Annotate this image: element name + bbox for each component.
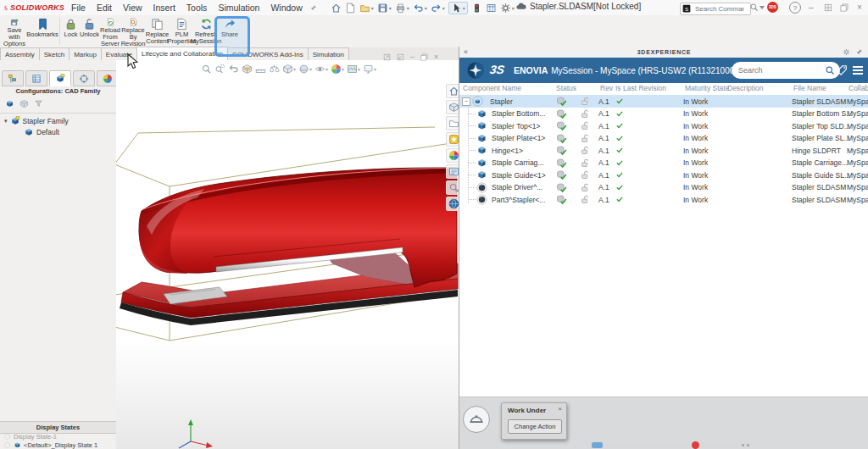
work-under-helmet-icon[interactable] (463, 406, 490, 433)
table-row[interactable]: Stapler Plate<1>A.1In WorkStapler Plate … (459, 132, 868, 145)
display-state-item[interactable]: Display State-1 (3, 433, 57, 441)
replace-content-button[interactable]: Replace Content (145, 15, 170, 47)
strip-web-button[interactable] (446, 197, 459, 211)
performance-button[interactable] (471, 3, 482, 14)
pop-in-icon[interactable] (397, 53, 404, 61)
help-icon[interactable]: ? (789, 2, 801, 14)
table-row[interactable]: Staple Guide<1>A.1In WorkStaple Guide SL… (459, 169, 868, 181)
tab-assembly[interactable]: Assembly (0, 47, 40, 60)
column-header[interactable]: Maturity State (685, 84, 729, 92)
panel-tab-configurations[interactable] (49, 70, 71, 86)
popup-close-icon[interactable]: × (558, 405, 562, 413)
close-button[interactable]: × (857, 2, 862, 14)
save-button[interactable]: ▾ (377, 3, 392, 14)
3dexperience-badge[interactable]: 3DS (767, 2, 778, 13)
menu-simulation[interactable]: Simulation (218, 3, 259, 13)
panel-tab-feature-tree[interactable] (2, 70, 24, 86)
search-icon[interactable] (749, 3, 759, 12)
change-action-button[interactable]: Change Action (508, 419, 562, 434)
3dexperience-compass-icon[interactable] (466, 61, 485, 80)
save-options-button[interactable]: Save with Options (2, 15, 27, 47)
column-header[interactable]: Rev (600, 84, 613, 92)
graphics-viewport[interactable]: ▾▾▾▾▾▾ (116, 60, 459, 449)
strip-favorites-button[interactable] (446, 132, 459, 147)
pin-icon[interactable] (309, 4, 317, 12)
replace-revision-button[interactable]: Replace By Revision (121, 15, 145, 47)
menu-insert[interactable]: Insert (153, 3, 175, 13)
tag-icon[interactable] (836, 64, 848, 76)
print-button[interactable]: ▾ (395, 3, 409, 14)
select-cursor-button[interactable]: ▾ (448, 2, 468, 14)
tab-markup[interactable]: Markup (69, 47, 102, 60)
stapler-3d-model[interactable] (120, 168, 458, 325)
table-row[interactable]: Stapler Top<1>A.1In WorkStapler Top SLD.… (459, 119, 868, 132)
search-scope-dropdown-icon[interactable] (760, 6, 765, 9)
reload-button[interactable]: Reload From Server (99, 15, 121, 47)
menu-window[interactable]: Window (270, 3, 302, 13)
compare-config-button[interactable] (19, 99, 29, 108)
pop-out-icon[interactable] (383, 53, 391, 61)
table-row[interactable]: −StaplerA.1In WorkStapler SLDASMMySpac (459, 95, 868, 108)
column-header[interactable]: File Name (793, 84, 826, 92)
status-bar-blue-chip[interactable] (592, 442, 603, 448)
display-state-item[interactable]: <Default>_Display State 1 (3, 441, 97, 449)
menu-tools[interactable]: Tools (186, 3, 208, 13)
strip-list-button[interactable] (446, 164, 459, 179)
strip-search-settings-button[interactable] (446, 180, 459, 195)
hamburger-menu-icon[interactable] (853, 66, 863, 76)
restore-button[interactable] (840, 3, 849, 12)
home-button[interactable] (331, 3, 342, 14)
unlock-button[interactable]: Unlock (80, 15, 99, 47)
viewport-minimize-icon[interactable]: – (410, 53, 415, 61)
viewport-close-icon[interactable]: × (434, 53, 438, 61)
table-row[interactable]: Part3^Stapler<...A.1In WorkStapler SLDAS… (459, 193, 868, 206)
part-config-button[interactable] (5, 99, 14, 108)
tab-sketch[interactable]: Sketch (39, 47, 70, 60)
tree-item[interactable]: ▾Stapler Family (4, 116, 69, 126)
table-row[interactable]: Stapler Bottom...A.1In WorkStapler Botto… (459, 108, 868, 120)
panel-tab-dimxpert-target[interactable] (73, 70, 95, 86)
tab-lifecycle-and-collaboration[interactable]: Lifecycle and Collaboration (136, 47, 228, 60)
panel-search-input[interactable] (737, 65, 821, 75)
panel-gear-icon[interactable] (843, 48, 850, 56)
table-row[interactable]: Staple Carriag...A.1In WorkStaple Carria… (459, 157, 868, 169)
strip-color-wheel-button[interactable] (446, 148, 459, 163)
open-button[interactable]: ▾ (359, 3, 374, 14)
redo-button[interactable]: ▾ (431, 3, 445, 14)
table-row[interactable]: Hinge<1>A.1In WorkHinge SLDPRTMySpac (459, 144, 868, 157)
command-search-input[interactable] (693, 4, 746, 14)
strip-parts-box-button[interactable] (446, 100, 459, 114)
panel-tab-property-table[interactable] (25, 70, 47, 86)
filter-config-button[interactable] (34, 99, 43, 108)
tree-caret[interactable]: ▾ (4, 118, 8, 125)
column-header[interactable]: Is Last Revision (615, 84, 666, 92)
panel-pin-icon[interactable] (855, 48, 863, 56)
undo-button[interactable]: ▾ (413, 3, 427, 14)
column-header[interactable]: Description (727, 84, 764, 92)
options-button[interactable]: ▾ (500, 3, 515, 14)
evaluate-button[interactable] (486, 3, 497, 14)
menu-file[interactable]: File (71, 3, 86, 13)
column-header[interactable]: Status (556, 84, 576, 92)
panel-search-icon[interactable] (825, 65, 835, 75)
column-header[interactable]: Collabo (849, 84, 868, 92)
column-header[interactable]: Component Name (463, 84, 521, 92)
tree-item[interactable]: Default (24, 127, 59, 137)
workspace-button[interactable] (824, 3, 832, 12)
panel-search-box[interactable] (732, 62, 840, 79)
strip-home-button[interactable] (446, 84, 459, 98)
minimize-button[interactable]: – (809, 2, 814, 14)
tab-solidworks-add-ins[interactable]: SOLIDWORKS Add-Ins (227, 47, 309, 60)
new-doc-button[interactable] (345, 3, 356, 14)
tab-simulation[interactable]: Simulation (308, 47, 349, 60)
table-row[interactable]: Staple Driver^...A.1In WorkStapler SLDAS… (459, 181, 868, 194)
lock-button[interactable]: Lock (62, 15, 80, 47)
viewport-restore-icon[interactable] (420, 53, 428, 61)
strip-folder-button[interactable] (446, 116, 459, 130)
expand-toggle[interactable]: − (462, 97, 470, 106)
menu-edit[interactable]: Edit (97, 3, 112, 13)
share-button[interactable]: Share (218, 15, 242, 47)
refresh-button[interactable]: Refresh MySession (194, 15, 218, 47)
command-search-box[interactable]: S (680, 3, 751, 15)
menu-view[interactable]: View (123, 3, 142, 13)
